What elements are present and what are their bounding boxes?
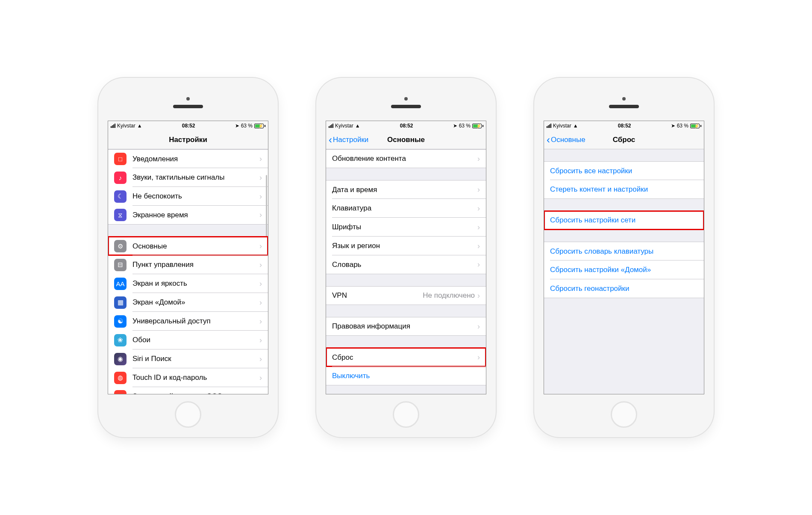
row-label: Не беспокоить <box>132 192 259 201</box>
phone-mockup-3: Kyivstar ▲ 08:52 ➤ 63 % ⚡ ‹ Основные Сбр… <box>534 78 714 437</box>
chevron-right-icon: › <box>259 242 262 251</box>
phone-mockup-1: Kyivstar ▲ 08:52 ➤ 63 % ⚡ Настройки □Уве… <box>98 78 278 437</box>
row-label: Основные <box>132 242 259 251</box>
row-дата-и-время[interactable]: Дата и время› <box>326 180 486 199</box>
chevron-right-icon: › <box>477 260 480 269</box>
row-label: Стереть контент и настройки <box>550 185 698 194</box>
row-сброс[interactable]: Сброс› <box>326 348 486 367</box>
back-label: Основные <box>551 136 585 144</box>
row-label: Экранное время <box>132 211 259 219</box>
status-bar: Kyivstar ▲ 08:52 ➤ 63 % ⚡ <box>108 121 268 130</box>
row-label: Обновление контента <box>332 154 477 163</box>
row-сбросить-словарь-клавиатуры[interactable]: Сбросить словарь клавиатуры <box>544 242 704 260</box>
back-button[interactable]: ‹ Основные <box>547 135 585 145</box>
row-сбросить-все-настройки[interactable]: Сбросить все настройки <box>544 161 704 180</box>
battery-pct: 63 % <box>677 123 688 129</box>
phone-mockup-2: Kyivstar ▲ 08:52 ➤ 63 % ⚡ ‹ Настройки Ос… <box>316 78 496 437</box>
row-label: Сбросить все настройки <box>550 167 698 175</box>
chevron-right-icon: › <box>477 353 480 362</box>
row-пункт-управления[interactable]: ⊟Пункт управления› <box>108 255 268 274</box>
row-label: Touch ID и код-пароль <box>132 373 259 382</box>
chevron-right-icon: › <box>477 185 480 194</box>
ic-darkblue-icon: ▦ <box>114 296 127 309</box>
row-язык-и-регион[interactable]: Язык и регион› <box>326 237 486 255</box>
screen-reset: Kyivstar ▲ 08:52 ➤ 63 % ⚡ ‹ Основные Сбр… <box>544 121 704 394</box>
row-сбросить-настройки-сети[interactable]: Сбросить настройки сети <box>544 211 704 230</box>
row-словарь[interactable]: Словарь› <box>326 255 486 274</box>
row-обои[interactable]: ❀Обои› <box>108 331 268 349</box>
chevron-right-icon: › <box>259 210 262 219</box>
ic-red-icon: □ <box>114 153 127 165</box>
battery-pct: 63 % <box>459 123 471 129</box>
row-универсальный-доступ[interactable]: ☯Универсальный доступ› <box>108 312 268 331</box>
row-label: Клавиатура <box>332 204 477 213</box>
screen-general: Kyivstar ▲ 08:52 ➤ 63 % ⚡ ‹ Настройки Ос… <box>326 121 486 394</box>
row-выключить[interactable]: Выключить <box>326 367 486 385</box>
page-title: Настройки <box>169 136 207 144</box>
back-label: Настройки <box>333 136 368 144</box>
row-шрифты[interactable]: Шрифты› <box>326 218 486 237</box>
ic-purple-icon: ☾ <box>114 190 127 203</box>
reset-table[interactable]: Сбросить все настройкиСтереть контент и … <box>544 149 704 394</box>
row-клавиатура[interactable]: Клавиатура› <box>326 199 486 218</box>
row-label: Экран «Домой» <box>132 298 259 307</box>
row-label: VPN <box>332 291 423 300</box>
chevron-right-icon: › <box>477 291 480 300</box>
carrier-label: Kyivstar <box>117 123 135 129</box>
wifi-icon: ▲ <box>137 123 142 129</box>
row-label: Словарь <box>332 260 477 269</box>
row-стереть-контент-и-настройки[interactable]: Стереть контент и настройки <box>544 180 704 199</box>
chevron-right-icon: › <box>477 154 480 163</box>
chevron-right-icon: › <box>259 298 262 307</box>
chevron-left-icon: ‹ <box>547 135 550 145</box>
status-bar: Kyivstar ▲ 08:52 ➤ 63 % ⚡ <box>544 121 704 130</box>
status-time: 08:52 <box>400 123 413 129</box>
home-button[interactable] <box>175 401 201 428</box>
row-touch-id-и-код-пароль[interactable]: ◍Touch ID и код-пароль› <box>108 368 268 387</box>
row-label: Сбросить настройки сети <box>550 216 698 225</box>
row-label: Сбросить словарь клавиатуры <box>550 247 698 256</box>
status-time: 08:52 <box>182 123 195 129</box>
general-table[interactable]: Обновление контента› Дата и время›Клавиа… <box>326 149 486 394</box>
row-экранное-время[interactable]: ⧖Экранное время› <box>108 206 268 225</box>
chevron-right-icon: › <box>259 173 262 182</box>
carrier-label: Kyivstar <box>553 123 571 129</box>
row-обновление-контента[interactable]: Обновление контента› <box>326 149 486 168</box>
wifi-icon: ▲ <box>573 123 578 129</box>
ic-red-icon: SOS <box>114 390 127 394</box>
row-правовая-информация[interactable]: Правовая информация› <box>326 317 486 336</box>
back-button[interactable]: ‹ Настройки <box>329 135 368 145</box>
chevron-right-icon: › <box>259 373 262 382</box>
home-button[interactable] <box>393 401 419 428</box>
location-icon: ➤ <box>671 123 675 129</box>
battery-icon: ⚡ <box>254 124 265 128</box>
chevron-right-icon: › <box>259 336 262 345</box>
chevron-left-icon: ‹ <box>329 135 332 145</box>
chevron-right-icon: › <box>477 223 480 232</box>
row-звуки-тактильные-сигналы[interactable]: ♪Звуки, тактильные сигналы› <box>108 168 268 187</box>
nav-bar: ‹ Настройки Основные <box>326 130 486 149</box>
battery-icon: ⚡ <box>690 124 701 128</box>
row-экран-домой-[interactable]: ▦Экран «Домой»› <box>108 293 268 312</box>
row-label: Дата и время <box>332 186 477 194</box>
row-сбросить-настройки-домой-[interactable]: Сбросить настройки «Домой» <box>544 260 704 279</box>
chevron-right-icon: › <box>259 192 262 201</box>
row-label: Выключить <box>332 372 480 380</box>
phone-camera <box>186 97 190 101</box>
home-button[interactable] <box>611 401 637 428</box>
row-vpn[interactable]: VPNНе подключено› <box>326 286 486 305</box>
row-label: Сбросить настройки «Домой» <box>550 266 698 274</box>
ic-blue-icon: AA <box>114 278 127 290</box>
row-siri-и-поиск[interactable]: ◉Siri и Поиск› <box>108 349 268 368</box>
row-label: Универсальный доступ <box>132 317 259 326</box>
row-основные[interactable]: ⚙Основные› <box>108 237 268 255</box>
row-уведомления[interactable]: □Уведомления› <box>108 149 268 168</box>
settings-table[interactable]: □Уведомления›♪Звуки, тактильные сигналы›… <box>108 149 268 394</box>
row-экстренный-вызов-sos[interactable]: SOSЭкстренный вызов — SOS› <box>108 387 268 394</box>
row-экран-и-яркость[interactable]: AAЭкран и яркость› <box>108 274 268 293</box>
row-label: Экстренный вызов — SOS <box>132 392 259 394</box>
row-сбросить-геонастройки[interactable]: Сбросить геонастройки <box>544 279 704 298</box>
phone-speaker <box>173 105 203 108</box>
ic-grey-icon: ⊟ <box>114 259 127 271</box>
row-не-беспокоить[interactable]: ☾Не беспокоить› <box>108 187 268 206</box>
